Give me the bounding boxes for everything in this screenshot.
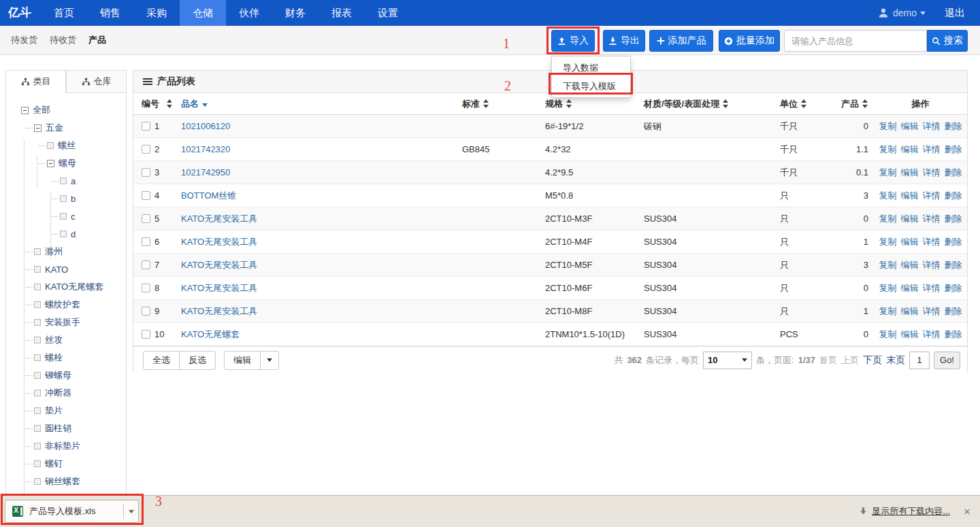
edit-dropdown-toggle[interactable] xyxy=(260,351,279,370)
add-product-button[interactable]: 添加产品 xyxy=(649,30,713,52)
tree-node[interactable]: 螺栓 xyxy=(6,349,126,367)
tree-node[interactable]: 滁州 xyxy=(6,243,126,260)
tab-warehouse[interactable]: 仓库 xyxy=(66,70,127,93)
copy-action-link[interactable]: 复制 xyxy=(879,260,897,270)
nav-item-6[interactable]: 财务 xyxy=(272,0,318,26)
tree-node[interactable]: 螺纹护套 xyxy=(6,296,126,313)
search-button[interactable]: 搜索 xyxy=(927,30,968,52)
tree-node[interactable]: b xyxy=(6,190,126,207)
detail-action-link[interactable]: 详情 xyxy=(923,121,941,131)
product-name-link[interactable]: KATO无尾安装工具 xyxy=(181,283,257,293)
column-header-3[interactable]: 标准 xyxy=(440,98,536,110)
download-item-menu-toggle[interactable] xyxy=(123,504,138,519)
column-header-2[interactable]: 品名 xyxy=(172,98,440,110)
tree-node[interactable]: 冲断器 xyxy=(6,384,126,402)
detail-action-link[interactable]: 详情 xyxy=(923,260,941,270)
next-page-link[interactable]: 下页 xyxy=(863,354,882,367)
product-name-link[interactable]: 1021742950 xyxy=(181,167,230,177)
tree-collapse-icon[interactable] xyxy=(34,124,42,132)
tree-node[interactable]: 五金 xyxy=(6,119,126,137)
tree-node[interactable]: 螺钉 xyxy=(6,455,126,473)
column-header-1[interactable]: 编号 xyxy=(133,98,172,110)
copy-action-link[interactable]: 复制 xyxy=(879,121,897,131)
column-header-7[interactable]: 产品 xyxy=(832,98,872,110)
edit-action-link[interactable]: 编辑 xyxy=(901,121,919,131)
tree-leaf-icon[interactable] xyxy=(34,284,41,290)
tree-leaf-icon[interactable] xyxy=(60,213,67,220)
copy-action-link[interactable]: 复制 xyxy=(879,283,897,293)
product-name-link[interactable]: 1021742320 xyxy=(181,144,230,154)
go-button[interactable]: Go! xyxy=(934,352,960,369)
tab-category[interactable]: 类目 xyxy=(5,70,66,93)
tree-leaf-icon[interactable] xyxy=(34,301,41,308)
tree-leaf-icon[interactable] xyxy=(34,248,41,255)
nav-item-3[interactable]: 采购 xyxy=(133,0,180,26)
detail-action-link[interactable]: 详情 xyxy=(923,167,941,177)
tree-node[interactable]: d xyxy=(6,225,126,243)
delete-action-link[interactable]: 删除 xyxy=(945,237,962,247)
copy-action-link[interactable]: 复制 xyxy=(879,306,897,316)
menu-item-download-template[interactable]: 下载导入模版 xyxy=(552,77,630,95)
column-header-4[interactable]: 规格 xyxy=(536,98,634,110)
tree-leaf-icon[interactable] xyxy=(34,425,41,432)
detail-action-link[interactable]: 详情 xyxy=(923,329,941,339)
tree-leaf-icon[interactable] xyxy=(60,231,67,237)
row-checkbox[interactable] xyxy=(142,260,150,269)
row-checkbox[interactable] xyxy=(142,145,150,154)
product-name-link[interactable]: 1021006120 xyxy=(181,121,230,131)
tree-collapse-icon[interactable] xyxy=(47,160,54,167)
edit-action-link[interactable]: 编辑 xyxy=(901,260,919,270)
export-button[interactable]: 导出 xyxy=(603,30,645,52)
edit-action-link[interactable]: 编辑 xyxy=(901,237,919,247)
detail-action-link[interactable]: 详情 xyxy=(923,306,941,316)
tree-node[interactable]: 圆柱销 xyxy=(6,420,126,437)
tree-node[interactable]: 铆螺母 xyxy=(6,367,126,384)
downloaded-file-item[interactable]: 产品导入模板.xls xyxy=(5,500,139,523)
batch-add-button[interactable]: 批量添加 xyxy=(719,30,780,52)
tree-node[interactable]: 丝攻 xyxy=(6,331,126,349)
edit-action-link[interactable]: 编辑 xyxy=(901,190,919,201)
copy-action-link[interactable]: 复制 xyxy=(879,329,897,339)
copy-action-link[interactable]: 复制 xyxy=(879,190,897,201)
tree-node[interactable]: KATO无尾螺套 xyxy=(6,278,126,296)
edit-action-link[interactable]: 编辑 xyxy=(901,306,919,316)
column-header-6[interactable]: 单位 xyxy=(770,98,832,110)
tree-node[interactable]: 钢丝螺套 xyxy=(6,473,126,490)
tree-node[interactable]: 安装扳手 xyxy=(6,313,126,331)
detail-action-link[interactable]: 详情 xyxy=(923,214,941,224)
row-checkbox[interactable] xyxy=(142,284,150,292)
tree-node[interactable]: a xyxy=(6,172,126,190)
row-checkbox[interactable] xyxy=(142,214,150,223)
nav-item-5[interactable]: 伙伴 xyxy=(226,0,272,26)
row-checkbox[interactable] xyxy=(142,237,150,246)
nav-item-8[interactable]: 设置 xyxy=(365,0,411,26)
delete-action-link[interactable]: 删除 xyxy=(945,121,962,131)
page-number-input[interactable] xyxy=(909,352,930,369)
tree-leaf-icon[interactable] xyxy=(34,443,41,449)
tree-leaf-icon[interactable] xyxy=(34,478,41,485)
delete-action-link[interactable]: 删除 xyxy=(945,144,962,154)
first-page-link[interactable]: 首页 xyxy=(819,354,837,367)
copy-action-link[interactable]: 复制 xyxy=(879,167,897,177)
search-input[interactable] xyxy=(784,30,927,52)
user-menu[interactable]: demo xyxy=(878,7,926,18)
product-name-link[interactable]: KATO无尾安装工具 xyxy=(181,237,257,247)
copy-action-link[interactable]: 复制 xyxy=(879,237,897,247)
nav-item-2[interactable]: 销售 xyxy=(87,0,133,26)
prev-page-link[interactable]: 上页 xyxy=(841,354,859,367)
row-checkbox[interactable] xyxy=(142,330,150,339)
delete-action-link[interactable]: 删除 xyxy=(945,214,962,224)
edit-action-link[interactable]: 编辑 xyxy=(901,214,919,224)
tree-node[interactable]: KATO xyxy=(6,260,126,278)
detail-action-link[interactable]: 详情 xyxy=(923,190,941,201)
edit-action-link[interactable]: 编辑 xyxy=(901,144,919,154)
tree-leaf-icon[interactable] xyxy=(60,177,67,184)
tree-leaf-icon[interactable] xyxy=(34,407,41,414)
delete-action-link[interactable]: 删除 xyxy=(945,190,962,201)
tree-leaf-icon[interactable] xyxy=(34,390,41,396)
menu-item-import-data[interactable]: 导入数据 xyxy=(552,58,630,77)
tree-leaf-icon[interactable] xyxy=(34,354,41,361)
edit-action-link[interactable]: 编辑 xyxy=(901,283,919,293)
row-checkbox[interactable] xyxy=(142,168,150,177)
delete-action-link[interactable]: 删除 xyxy=(945,167,962,177)
